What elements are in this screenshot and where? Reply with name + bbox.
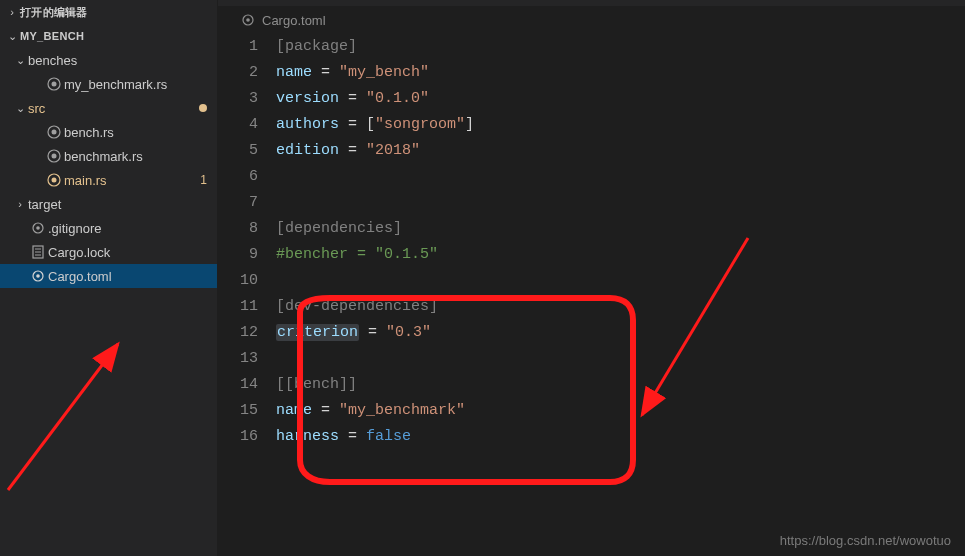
project-header[interactable]: ⌄ MY_BENCH bbox=[0, 24, 217, 48]
code-line[interactable]: [dev-dependencies] bbox=[276, 294, 965, 320]
file-benchmark-rs[interactable]: benchmark.rs bbox=[0, 144, 217, 168]
line-number: 7 bbox=[218, 190, 258, 216]
editor-tab-title[interactable]: Cargo.toml bbox=[218, 6, 965, 34]
svg-point-1 bbox=[52, 82, 57, 87]
line-number: 1 bbox=[218, 34, 258, 60]
file-my-benchmark-rs[interactable]: my_benchmark.rs bbox=[0, 72, 217, 96]
code-content[interactable]: [package]name = "my_bench"version = "0.1… bbox=[276, 34, 965, 556]
chevron-down-icon: ⌄ bbox=[12, 102, 28, 115]
file-name: bench.rs bbox=[64, 125, 217, 140]
file-name: my_benchmark.rs bbox=[64, 77, 217, 92]
modified-dot-icon bbox=[199, 104, 207, 112]
file-name: benchmark.rs bbox=[64, 149, 217, 164]
svg-point-3 bbox=[52, 130, 57, 135]
line-number: 9 bbox=[218, 242, 258, 268]
svg-point-9 bbox=[36, 226, 40, 230]
file-explorer: › 打开的编辑器 ⌄ MY_BENCH ⌄ benches my_benchma… bbox=[0, 0, 218, 556]
line-number: 2 bbox=[218, 60, 258, 86]
line-number: 3 bbox=[218, 86, 258, 112]
rust-icon bbox=[44, 172, 64, 188]
svg-point-17 bbox=[246, 18, 250, 22]
editor-pane: Cargo.toml 12345678910111213141516 [pack… bbox=[218, 0, 965, 556]
watermark: https://blog.csdn.net/wowotuo bbox=[780, 533, 951, 548]
gear-icon bbox=[28, 220, 48, 236]
file-name: main.rs bbox=[64, 173, 200, 188]
code-line[interactable]: criterion = "0.3" bbox=[276, 320, 965, 346]
code-line[interactable] bbox=[276, 268, 965, 294]
rust-icon bbox=[44, 124, 64, 140]
line-number-gutter: 12345678910111213141516 bbox=[218, 34, 276, 556]
svg-point-5 bbox=[52, 154, 57, 159]
folder-src[interactable]: ⌄ src bbox=[0, 96, 217, 120]
code-line[interactable] bbox=[276, 164, 965, 190]
rust-icon bbox=[44, 148, 64, 164]
file-cargo-lock[interactable]: Cargo.lock bbox=[0, 240, 217, 264]
project-label: MY_BENCH bbox=[20, 30, 84, 42]
code-line[interactable]: version = "0.1.0" bbox=[276, 86, 965, 112]
file-main-rs[interactable]: main.rs 1 bbox=[0, 168, 217, 192]
gear-icon bbox=[240, 12, 256, 28]
file-cargo-toml[interactable]: Cargo.toml bbox=[0, 264, 217, 288]
folder-benches[interactable]: ⌄ benches bbox=[0, 48, 217, 72]
svg-point-15 bbox=[36, 274, 40, 278]
line-number: 15 bbox=[218, 398, 258, 424]
line-number: 4 bbox=[218, 112, 258, 138]
file-icon bbox=[28, 244, 48, 260]
gear-icon bbox=[28, 268, 48, 284]
line-number: 13 bbox=[218, 346, 258, 372]
chevron-down-icon: ⌄ bbox=[12, 54, 28, 67]
chevron-right-icon: › bbox=[4, 6, 20, 18]
line-number: 10 bbox=[218, 268, 258, 294]
line-number: 6 bbox=[218, 164, 258, 190]
line-number: 14 bbox=[218, 372, 258, 398]
code-line[interactable]: #bencher = "0.1.5" bbox=[276, 242, 965, 268]
line-number: 11 bbox=[218, 294, 258, 320]
file-bench-rs[interactable]: bench.rs bbox=[0, 120, 217, 144]
line-number: 8 bbox=[218, 216, 258, 242]
file-name: Cargo.toml bbox=[48, 269, 217, 284]
code-line[interactable]: harness = false bbox=[276, 424, 965, 450]
code-line[interactable]: name = "my_bench" bbox=[276, 60, 965, 86]
file-gitignore[interactable]: .gitignore bbox=[0, 216, 217, 240]
folder-name: benches bbox=[28, 53, 217, 68]
code-line[interactable]: authors = ["songroom"] bbox=[276, 112, 965, 138]
code-line[interactable]: name = "my_benchmark" bbox=[276, 398, 965, 424]
code-line[interactable]: [dependencies] bbox=[276, 216, 965, 242]
chevron-right-icon: › bbox=[12, 198, 28, 210]
file-name: .gitignore bbox=[48, 221, 217, 236]
open-editors-header[interactable]: › 打开的编辑器 bbox=[0, 0, 217, 24]
code-line[interactable]: [package] bbox=[276, 34, 965, 60]
modified-count-badge: 1 bbox=[200, 173, 207, 187]
code-line[interactable]: [[bench]] bbox=[276, 372, 965, 398]
line-number: 12 bbox=[218, 320, 258, 346]
code-line[interactable]: edition = "2018" bbox=[276, 138, 965, 164]
svg-point-7 bbox=[52, 178, 57, 183]
code-line[interactable] bbox=[276, 190, 965, 216]
code-area[interactable]: 12345678910111213141516 [package]name = … bbox=[218, 34, 965, 556]
folder-name: target bbox=[28, 197, 217, 212]
folder-name: src bbox=[28, 101, 199, 116]
line-number: 5 bbox=[218, 138, 258, 164]
code-line[interactable] bbox=[276, 346, 965, 372]
tab-filename: Cargo.toml bbox=[262, 13, 326, 28]
open-editors-label: 打开的编辑器 bbox=[20, 5, 88, 20]
folder-target[interactable]: › target bbox=[0, 192, 217, 216]
line-number: 16 bbox=[218, 424, 258, 450]
rust-icon bbox=[44, 76, 64, 92]
file-name: Cargo.lock bbox=[48, 245, 217, 260]
chevron-down-icon: ⌄ bbox=[4, 30, 20, 43]
